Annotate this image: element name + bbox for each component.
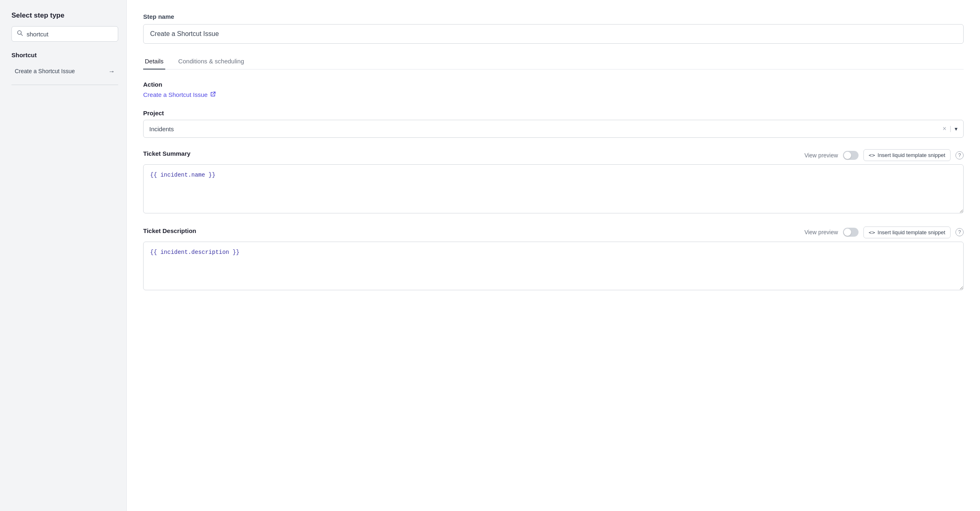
step-item-label: Create a Shortcut Issue bbox=[15, 67, 75, 76]
project-label: Project bbox=[143, 110, 964, 117]
step-item-create-shortcut[interactable]: Create a Shortcut Issue → bbox=[11, 63, 118, 80]
action-link[interactable]: Create a Shortcut Issue bbox=[143, 91, 964, 98]
ticket-summary-label: Ticket Summary bbox=[143, 150, 191, 157]
insert-snippet-button-desc[interactable]: <> Insert liquid template snippet bbox=[863, 226, 951, 238]
project-value: Incidents bbox=[149, 126, 943, 132]
search-box[interactable] bbox=[11, 26, 118, 42]
step-name-input[interactable] bbox=[143, 24, 964, 44]
main-content: Step name Details Conditions & schedulin… bbox=[127, 0, 980, 511]
ticket-summary-controls: View preview <> Insert liquid template s… bbox=[805, 149, 964, 161]
search-input[interactable] bbox=[27, 31, 113, 38]
ticket-summary-section: Ticket Summary View preview <> Insert li… bbox=[143, 149, 964, 215]
svg-line-1 bbox=[21, 34, 22, 36]
arrow-icon: → bbox=[108, 68, 115, 75]
toggle-knob-summary bbox=[844, 152, 851, 159]
view-preview-toggle-desc[interactable] bbox=[843, 228, 859, 237]
action-label: Action bbox=[143, 81, 964, 88]
sidebar: Select step type Shortcut Create a Short… bbox=[0, 0, 127, 511]
ticket-description-textarea[interactable] bbox=[143, 242, 964, 291]
project-select[interactable]: Incidents × | ▾ bbox=[143, 120, 964, 138]
search-icon bbox=[17, 30, 23, 38]
ticket-summary-textarea[interactable] bbox=[143, 164, 964, 213]
tabs: Details Conditions & scheduling bbox=[143, 54, 964, 69]
ticket-description-controls: View preview <> Insert liquid template s… bbox=[805, 226, 964, 238]
project-section: Project Incidents × | ▾ bbox=[143, 110, 964, 138]
insert-snippet-label-summary: Insert liquid template snippet bbox=[878, 152, 945, 158]
sidebar-divider bbox=[11, 85, 118, 85]
code-icon-desc: <> bbox=[869, 229, 875, 235]
chevron-down-icon[interactable]: ▾ bbox=[955, 126, 958, 132]
help-icon-summary[interactable]: ? bbox=[955, 151, 964, 159]
view-preview-toggle-summary[interactable] bbox=[843, 151, 859, 160]
ticket-description-header: Ticket Description View preview <> Inser… bbox=[143, 226, 964, 238]
ticket-description-label: Ticket Description bbox=[143, 227, 196, 234]
help-icon-desc[interactable]: ? bbox=[955, 228, 964, 236]
code-icon-summary: <> bbox=[869, 152, 875, 158]
action-section: Action Create a Shortcut Issue bbox=[143, 81, 964, 98]
sidebar-title: Select step type bbox=[11, 11, 118, 20]
ticket-description-section: Ticket Description View preview <> Inser… bbox=[143, 226, 964, 292]
tab-details[interactable]: Details bbox=[143, 54, 165, 69]
toggle-knob-desc bbox=[844, 229, 851, 236]
tab-conditions[interactable]: Conditions & scheduling bbox=[177, 54, 246, 69]
section-heading: Shortcut bbox=[11, 52, 118, 58]
insert-snippet-button-summary[interactable]: <> Insert liquid template snippet bbox=[863, 149, 951, 161]
step-name-label: Step name bbox=[143, 13, 964, 20]
insert-snippet-label-desc: Insert liquid template snippet bbox=[878, 229, 945, 235]
view-preview-label-summary: View preview bbox=[805, 152, 838, 159]
view-preview-label-desc: View preview bbox=[805, 229, 838, 235]
action-link-text: Create a Shortcut Issue bbox=[143, 91, 208, 98]
ticket-summary-header: Ticket Summary View preview <> Insert li… bbox=[143, 149, 964, 161]
project-divider: | bbox=[950, 125, 951, 132]
project-clear-icon[interactable]: × bbox=[943, 125, 946, 132]
external-link-icon bbox=[210, 91, 216, 98]
